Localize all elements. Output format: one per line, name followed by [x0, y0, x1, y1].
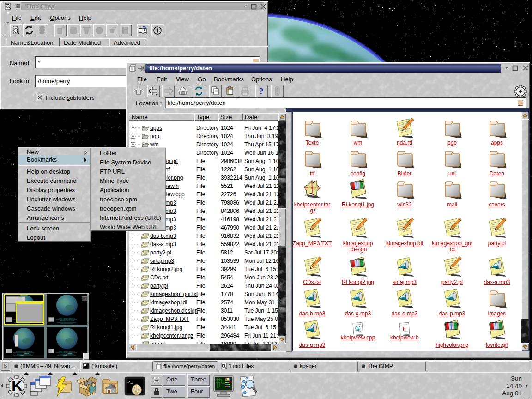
- svg-text:?: ?: [259, 86, 264, 96]
- svg-text:K: K: [12, 377, 23, 394]
- svg-text:>_: >_: [127, 380, 133, 385]
- svg-text:?: ?: [143, 25, 146, 32]
- svg-text:S: S: [4, 363, 7, 369]
